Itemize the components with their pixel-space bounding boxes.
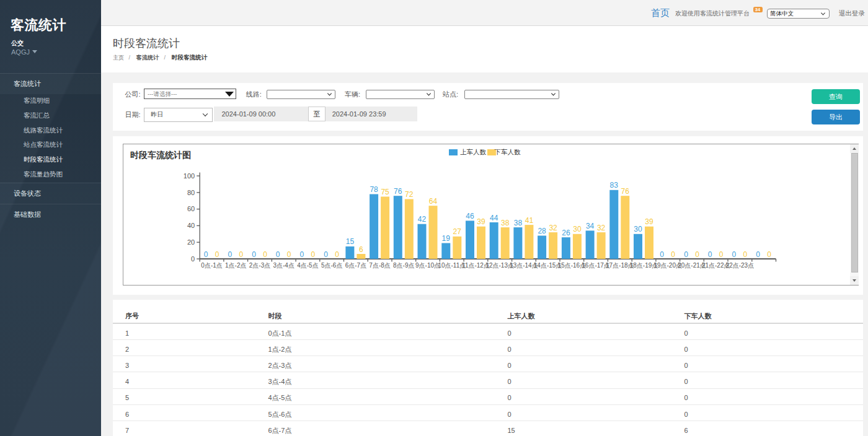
svg-text:0: 0 [743, 250, 747, 258]
svg-text:19: 19 [441, 234, 450, 243]
svg-text:39: 39 [645, 217, 653, 226]
svg-text:0: 0 [695, 250, 699, 258]
svg-text:27: 27 [453, 227, 461, 236]
svg-text:44: 44 [490, 213, 498, 222]
svg-text:0: 0 [191, 255, 195, 262]
svg-text:83: 83 [609, 181, 618, 190]
svg-text:30: 30 [634, 225, 642, 233]
svg-text:6点-7点: 6点-7点 [345, 261, 366, 268]
svg-text:0: 0 [756, 250, 760, 258]
svg-text:0: 0 [299, 250, 304, 258]
svg-text:78: 78 [370, 185, 378, 194]
svg-text:30: 30 [573, 225, 582, 233]
svg-text:41: 41 [525, 216, 534, 224]
svg-text:8点-9点: 8点-9点 [393, 261, 414, 268]
svg-text:34: 34 [586, 221, 595, 230]
svg-text:60: 60 [187, 205, 195, 212]
svg-text:20: 20 [187, 238, 195, 246]
svg-text:75: 75 [381, 188, 389, 196]
svg-text:0: 0 [204, 250, 208, 258]
svg-text:0: 0 [311, 250, 315, 258]
svg-text:32: 32 [597, 223, 606, 232]
svg-text:0: 0 [660, 250, 664, 258]
svg-text:0: 0 [276, 250, 280, 258]
svg-text:6: 6 [359, 245, 363, 253]
svg-text:42: 42 [418, 215, 427, 224]
svg-text:0: 0 [708, 250, 712, 258]
svg-text:46: 46 [466, 211, 474, 220]
svg-text:40: 40 [187, 222, 195, 229]
svg-text:0: 0 [252, 250, 256, 258]
svg-text:38: 38 [501, 218, 510, 227]
svg-text:0: 0 [287, 250, 291, 258]
svg-text:32: 32 [549, 223, 557, 232]
svg-text:0点-1点: 0点-1点 [201, 261, 222, 268]
svg-text:0: 0 [215, 250, 219, 258]
svg-text:0: 0 [239, 250, 243, 258]
svg-text:0: 0 [335, 250, 339, 258]
svg-text:22点-23点: 22点-23点 [725, 261, 754, 268]
svg-text:15: 15 [346, 237, 355, 246]
svg-text:0: 0 [228, 250, 232, 258]
svg-text:7点-8点: 7点-8点 [369, 261, 390, 268]
svg-text:5点-6点: 5点-6点 [321, 261, 342, 268]
svg-text:0: 0 [732, 250, 736, 258]
svg-text:26: 26 [562, 228, 570, 237]
svg-text:0: 0 [324, 250, 328, 258]
svg-text:2点-3点: 2点-3点 [249, 261, 270, 268]
svg-text:100: 100 [184, 172, 195, 179]
svg-text:9点-10点: 9点-10点 [415, 261, 440, 268]
svg-text:4点-5点: 4点-5点 [297, 261, 318, 268]
svg-text:3点-4点: 3点-4点 [273, 261, 294, 268]
svg-text:38: 38 [514, 218, 523, 227]
svg-text:0: 0 [719, 250, 724, 258]
svg-text:28: 28 [538, 227, 546, 235]
svg-text:0: 0 [684, 250, 688, 258]
svg-text:39: 39 [477, 217, 485, 226]
svg-text:76: 76 [394, 186, 402, 195]
svg-text:0: 0 [263, 250, 267, 258]
svg-text:64: 64 [429, 196, 438, 205]
svg-text:80: 80 [187, 188, 195, 196]
svg-text:0: 0 [767, 250, 771, 258]
svg-text:76: 76 [621, 186, 629, 195]
svg-text:0: 0 [671, 250, 675, 258]
svg-text:1点-2点: 1点-2点 [225, 261, 246, 268]
svg-text:72: 72 [405, 190, 414, 199]
